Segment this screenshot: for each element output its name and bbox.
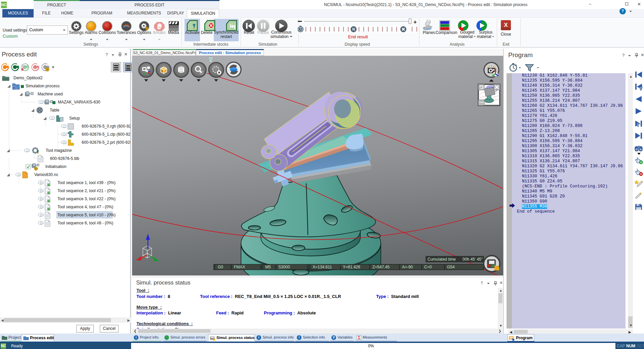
svg-text:M5: M5 [265, 265, 271, 269]
svg-text:A=-90: A=-90 [402, 265, 413, 269]
svg-text:Cumulated time: Cumulated time [428, 257, 456, 262]
svg-text:FMAX: FMAX [234, 265, 245, 269]
svg-text:G54: G54 [447, 265, 455, 269]
svg-text:S: S [13, 87, 15, 90]
svg-text:Y=61.426: Y=61.426 [343, 265, 360, 269]
svg-text:C=0: C=0 [424, 265, 432, 269]
svg-text:Z=547.45: Z=547.45 [372, 265, 390, 269]
svg-text:G0: G0 [218, 265, 223, 269]
svg-text:S3000: S3000 [278, 265, 290, 269]
svg-text:00h 45' 45": 00h 45' 45" [462, 257, 483, 262]
svg-text:X=134.611: X=134.611 [313, 265, 332, 269]
svg-text:N: N [352, 27, 355, 31]
